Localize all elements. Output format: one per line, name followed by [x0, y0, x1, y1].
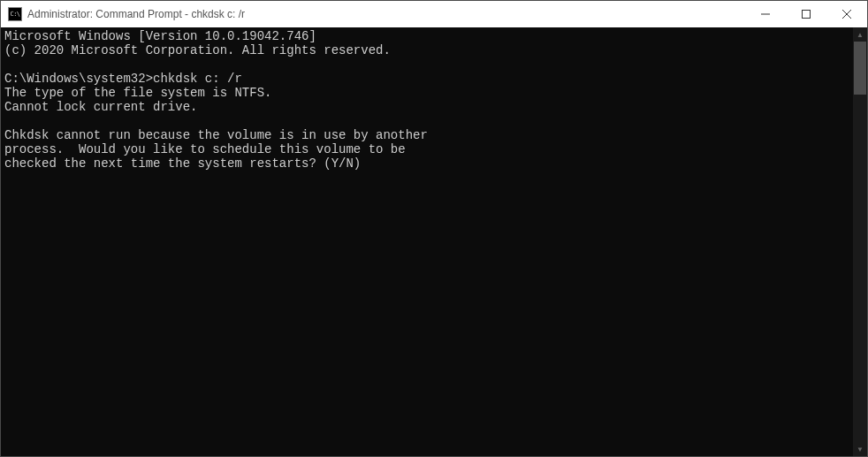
app-icon: C:\	[8, 7, 22, 21]
output-line: Chkdsk cannot run because the volume is …	[4, 128, 428, 142]
output-line: The type of the file system is NTFS.	[4, 86, 271, 100]
output-line: Microsoft Windows [Version 10.0.19042.74…	[4, 29, 316, 43]
terminal-output[interactable]: Microsoft Windows [Version 10.0.19042.74…	[1, 27, 853, 456]
output-line: checked the next time the system restart…	[4, 156, 361, 171]
window-controls	[745, 1, 867, 27]
scroll-down-arrow-icon[interactable]: ▼	[853, 442, 867, 456]
close-button[interactable]	[826, 1, 867, 27]
svg-rect-1	[803, 11, 811, 19]
output-line: Cannot lock current drive.	[4, 100, 197, 114]
minimize-button[interactable]	[745, 1, 786, 27]
output-line: process. Would you like to schedule this…	[4, 142, 406, 156]
output-line: (c) 2020 Microsoft Corporation. All righ…	[4, 43, 391, 57]
window-title: Administrator: Command Prompt - chkdsk c…	[27, 8, 745, 20]
terminal-area: Microsoft Windows [Version 10.0.19042.74…	[1, 27, 867, 456]
scrollbar-thumb[interactable]	[854, 42, 866, 95]
scroll-up-arrow-icon[interactable]: ▲	[853, 27, 867, 42]
titlebar[interactable]: C:\ Administrator: Command Prompt - chkd…	[1, 1, 867, 27]
vertical-scrollbar[interactable]: ▲ ▼	[853, 27, 867, 456]
prompt-path: C:\Windows\system32>	[4, 72, 153, 86]
command-input: chkdsk c: /r	[153, 72, 242, 86]
command-prompt-window: C:\ Administrator: Command Prompt - chkd…	[0, 0, 868, 457]
maximize-button[interactable]	[786, 1, 826, 27]
